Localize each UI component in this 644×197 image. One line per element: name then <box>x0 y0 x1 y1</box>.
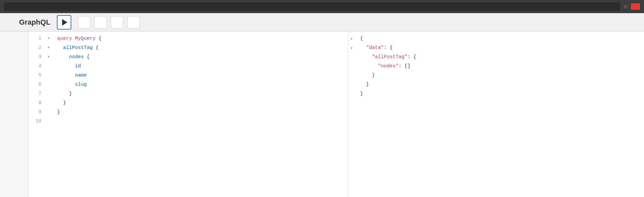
code-line: nodes { <box>52 53 348 62</box>
json-token: "data" <box>366 45 384 51</box>
no-collapse <box>47 108 51 117</box>
code-token: slug <box>57 82 87 87</box>
prettify-button[interactable] <box>78 16 90 29</box>
address-bar: ☆ <box>0 0 644 13</box>
collapse-toggle[interactable]: ▼ <box>47 53 51 62</box>
play-icon <box>62 19 67 26</box>
code-lines: query MyQuery { allPostTag { nodes { id … <box>52 32 348 197</box>
code-line: slug <box>52 80 348 89</box>
json-token: { <box>360 36 363 41</box>
code-token: } <box>57 109 60 115</box>
line-number: 10 <box>32 117 41 126</box>
result-line: } <box>355 80 644 89</box>
editor-area: 12345678910 ▼▼▼ query MyQuery { allPostT… <box>29 32 644 197</box>
result-line: } <box>355 89 644 98</box>
code-line: } <box>52 89 348 98</box>
graphiql-toolbar: GraphQL <box>0 13 644 32</box>
collapse-arrows: ▼▼▼ <box>45 32 52 197</box>
no-collapse <box>47 117 51 126</box>
json-token: } <box>360 82 369 87</box>
no-collapse <box>47 80 51 89</box>
result-line: "nodes": [] <box>355 62 644 71</box>
json-token: : { <box>407 54 416 60</box>
json-token: } <box>360 91 363 97</box>
result-line: "allPostTag": { <box>355 53 644 62</box>
json-token <box>360 54 372 60</box>
line-number: 8 <box>32 98 41 108</box>
explorer-button[interactable] <box>111 16 123 29</box>
result-line: } <box>355 71 644 80</box>
result-line: { <box>355 34 644 43</box>
line-number: 3 <box>32 53 41 62</box>
line-number: 9 <box>32 108 41 117</box>
line-number: 4 <box>32 62 41 71</box>
result-collapse-arrows: ▼▼ <box>348 32 355 197</box>
code-container: 12345678910 ▼▼▼ query MyQuery { allPostT… <box>29 32 348 197</box>
query-editor[interactable]: 12345678910 ▼▼▼ query MyQuery { allPostT… <box>29 32 348 197</box>
code-token: id <box>57 63 81 69</box>
code-token: query <box>57 36 75 41</box>
execute-query-button[interactable] <box>57 15 71 30</box>
code-line: id <box>52 62 348 71</box>
json-token: : [] <box>399 63 410 69</box>
result-collapse-toggle[interactable]: ▼ <box>350 34 354 43</box>
json-token: "allPostTag" <box>372 54 407 60</box>
main-content: 12345678910 ▼▼▼ query MyQuery { allPostT… <box>0 32 644 197</box>
line-number: 6 <box>32 80 41 89</box>
code-token: { <box>84 54 90 60</box>
code-line: name <box>52 71 348 80</box>
no-collapse <box>47 98 51 108</box>
code-line: } <box>52 108 348 117</box>
left-sidebar <box>0 32 29 197</box>
code-exporter-button[interactable] <box>127 16 140 29</box>
result-line: "data": { <box>355 43 644 53</box>
result-panel: ▼▼ { "data": { "allPostTag": { "nodes": … <box>348 32 644 197</box>
line-numbers: 12345678910 <box>29 32 45 197</box>
code-token: } <box>57 100 66 106</box>
result-collapse-toggle[interactable]: ▼ <box>350 43 354 53</box>
json-token: : { <box>384 45 393 51</box>
no-collapse <box>47 89 51 98</box>
bookmark-icon[interactable]: ☆ <box>623 3 628 10</box>
graphiql-logo: GraphQL <box>19 18 50 27</box>
code-line: allPostTag { <box>52 43 348 53</box>
json-token <box>360 45 366 51</box>
url-bar[interactable] <box>4 2 620 11</box>
collapse-toggle[interactable]: ▼ <box>47 34 51 43</box>
line-number: 2 <box>32 43 41 53</box>
line-number: 7 <box>32 89 41 98</box>
code-line <box>52 117 348 126</box>
code-token: { <box>93 45 99 51</box>
json-token: } <box>360 73 375 78</box>
code-line: query MyQuery { <box>52 34 348 43</box>
code-token: { <box>96 36 102 41</box>
json-token: "nodes" <box>378 63 399 69</box>
no-collapse <box>47 71 51 80</box>
result-code: { "data": { "allPostTag": { "nodes": [] … <box>355 32 644 197</box>
browser-menu-button[interactable] <box>631 3 640 10</box>
code-token: } <box>57 91 72 97</box>
no-collapse <box>47 62 51 71</box>
code-token: allPostTag <box>57 45 93 51</box>
collapse-toggle[interactable]: ▼ <box>47 43 51 53</box>
line-number: 1 <box>32 34 41 43</box>
code-line: } <box>52 98 348 108</box>
code-token: nodes <box>57 54 84 60</box>
line-number: 5 <box>32 71 41 80</box>
history-button[interactable] <box>94 16 107 29</box>
code-token: name <box>57 73 87 78</box>
code-token: MyQuery <box>75 36 96 41</box>
json-token <box>360 63 378 69</box>
